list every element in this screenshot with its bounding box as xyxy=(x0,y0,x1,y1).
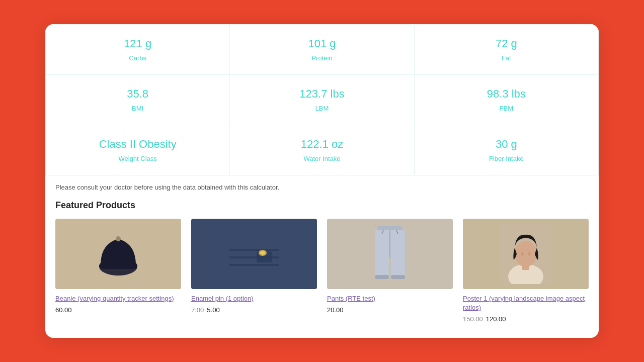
stat-cell-bmi: 35.8 BMI xyxy=(46,75,230,125)
product-price-pants: 20.00 xyxy=(327,306,344,314)
fiber-intake-label: Fiber Intake xyxy=(489,155,524,162)
svg-point-9 xyxy=(260,251,265,254)
product-name-beanie[interactable]: Beanie (varying quantity tracker setting… xyxy=(55,294,181,303)
product-card-beanie: Beanie (varying quantity tracker setting… xyxy=(55,219,181,323)
svg-point-2 xyxy=(116,236,121,241)
svg-rect-14 xyxy=(375,275,389,279)
svg-rect-6 xyxy=(229,264,279,266)
bmi-label: BMI xyxy=(132,105,143,112)
svg-rect-10 xyxy=(377,226,403,230)
product-card-poster: Poster 1 (varying landscape image aspect… xyxy=(463,219,589,323)
product-image-pants xyxy=(327,219,453,289)
product-price-old-poster: 150.00 xyxy=(463,315,483,323)
product-price-row-enamel: 7.00 5.00 xyxy=(191,306,317,314)
featured-title: Featured Products xyxy=(45,195,599,219)
svg-rect-1 xyxy=(99,263,137,269)
product-image-beanie xyxy=(55,219,181,289)
svg-rect-15 xyxy=(391,257,405,278)
svg-rect-13 xyxy=(375,257,389,278)
svg-point-23 xyxy=(521,252,524,255)
fiber-intake-value: 30 g xyxy=(496,138,517,151)
product-price-beanie: 60.00 xyxy=(55,306,72,314)
product-price-new-poster: 120.00 xyxy=(486,315,506,323)
svg-rect-16 xyxy=(391,275,405,279)
product-name-pants[interactable]: Pants (RTE test) xyxy=(327,294,453,303)
water-intake-label: Water Intake xyxy=(303,155,340,162)
weight-class-value: Class II Obesity xyxy=(99,138,177,151)
product-name-enamel[interactable]: Enamel pin (1 option) xyxy=(191,294,317,303)
product-price-row-pants: 20.00 xyxy=(327,306,453,314)
svg-point-24 xyxy=(528,252,531,255)
lbm-value: 123.7 lbs xyxy=(299,87,344,101)
products-grid: Beanie (varying quantity tracker setting… xyxy=(45,219,599,323)
fat-value: 72 g xyxy=(496,37,517,50)
fat-label: Fat xyxy=(502,54,511,62)
stat-cell-carbs: 121 g Carbs xyxy=(46,25,230,75)
product-price-new-enamel: 5.00 xyxy=(207,306,219,314)
carbs-value: 121 g xyxy=(124,37,151,50)
fbm-value: 98.3 lbs xyxy=(487,87,526,101)
fbm-label: FBM xyxy=(500,105,513,112)
svg-rect-4 xyxy=(229,249,279,251)
stat-cell-fbm: 98.3 lbs FBM xyxy=(415,75,599,125)
stat-cell-water-intake: 122.1 oz Water Intake xyxy=(230,125,414,175)
product-price-old-enamel: 7.00 xyxy=(191,306,204,314)
stat-cell-fiber-intake: 30 g Fiber Intake xyxy=(415,125,599,175)
water-intake-value: 122.1 oz xyxy=(301,138,343,151)
lbm-label: LBM xyxy=(315,105,329,112)
protein-label: Protein xyxy=(311,54,332,62)
product-price-row-beanie: 60.00 xyxy=(55,306,181,314)
product-name-poster[interactable]: Poster 1 (varying landscape image aspect… xyxy=(463,294,589,312)
stat-cell-fat: 72 g Fat xyxy=(415,25,599,75)
product-image-poster xyxy=(463,219,589,289)
product-image-enamel xyxy=(191,219,317,289)
protein-value: 101 g xyxy=(308,37,336,50)
product-price-row-poster: 150.00 120.00 xyxy=(463,315,589,323)
main-card: 121 g Carbs 101 g Protein 72 g Fat 35.8 … xyxy=(45,24,599,338)
stat-cell-weight-class: Class II Obesity Weight Class xyxy=(46,125,230,175)
stats-grid: 121 g Carbs 101 g Protein 72 g Fat 35.8 … xyxy=(45,24,599,175)
carbs-label: Carbs xyxy=(129,54,146,62)
bmi-value: 35.8 xyxy=(127,87,148,101)
stat-cell-lbm: 123.7 lbs LBM xyxy=(230,75,414,125)
disclaimer-text: Please consult your doctor before using … xyxy=(45,175,599,195)
svg-point-22 xyxy=(515,241,537,267)
product-card-pants: Pants (RTE test) 20.00 xyxy=(327,219,453,323)
weight-class-label: Weight Class xyxy=(118,155,156,162)
product-card-enamel: Enamel pin (1 option) 7.00 5.00 xyxy=(191,219,317,323)
stat-cell-protein: 101 g Protein xyxy=(230,25,414,75)
